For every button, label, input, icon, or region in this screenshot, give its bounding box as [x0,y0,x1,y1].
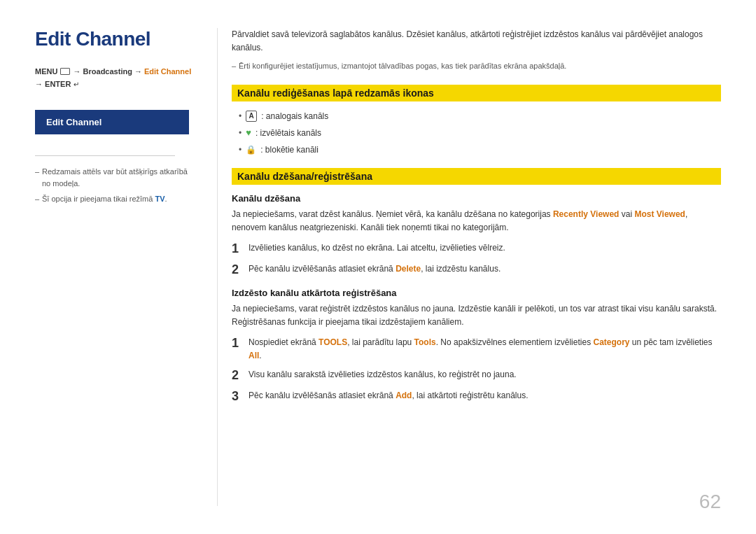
icon-a-label: : analogais kanāls [261,110,328,123]
restore-step-3: 3 Pēc kanālu izvēlēšanās atlasiet ekrānā… [232,389,721,405]
divider [35,155,175,156]
all-label: All [248,351,259,360]
note-item-2: Šī opcija ir pieejama tikai režīmā TV. [35,193,196,205]
intro-note: Ērti konfigurējiet iestatījumus, izmanto… [232,60,721,72]
menu-icon [60,68,70,75]
tools-page-label: Tools [414,337,436,347]
icon-lock-label: : blokētie kanāli [260,143,318,157]
edit-channel-button[interactable]: Edit Channel [35,110,189,134]
menu-enter: ENTER [45,80,71,88]
restore-intro: Ja nepieciešams, varat reģistrēt izdzēst… [232,302,721,329]
delete-intro: Ja nepieciešams, varat dzēst kanālus. Ņe… [232,208,721,234]
section1-title: Kanālu rediģēšanas lapā redzamās ikonas [232,85,721,101]
section2-title: Kanālu dzēšana/reģistrēšana [232,168,721,185]
intro-text: Pārvaldiet savā televizorā saglabātos ka… [232,28,721,55]
restore-step-num-1: 1 [232,336,243,363]
lock-icon: 🔒 [246,143,256,157]
restore-step-num-2: 2 [232,368,243,384]
restore-step-num-3: 3 [232,389,243,405]
delete-step-2: 2 Pēc kanālu izvēlēšanās atlasiet ekrānā… [232,262,721,278]
left-panel: Edit Channel MENU → Broadcasting → Edit … [35,28,217,506]
menu-prefix: MENU [35,67,57,76]
icon-item-lock: 🔒 : blokētie kanāli [239,143,721,157]
step-num-2: 2 [232,262,243,278]
a-icon: A [246,111,257,122]
page-number: 62 [699,491,721,513]
icon-item-heart: ♥ : izvēlētais kanāls [239,126,721,141]
tv-highlight: TV [155,195,164,203]
step-text-1: Izvēlieties kanālus, ko dzēst no ekrāna.… [248,241,505,257]
menu-path: MENU → Broadcasting → Edit Channel → ENT… [35,66,196,90]
restore-subtitle: Izdzēsto kanālu atkārtota reģistrēšana [232,288,721,298]
delete-step-1: 1 Izvēlieties kanālus, ko dzēst no ekrān… [232,241,721,257]
right-panel: Pārvaldiet savā televizorā saglabātos ka… [217,28,721,506]
restore-step-text-2: Visu kanālu sarakstā izvēlieties izdzēst… [248,368,517,384]
step-text-2: Pēc kanālu izvēlēšanās atlasiet ekrānā D… [248,262,500,278]
step-num-1: 1 [232,241,243,257]
add-label: Add [396,391,412,400]
page-title: Edit Channel [35,28,196,50]
icon-heart-label: : izvēlētais kanāls [255,127,321,140]
restore-step-text-3: Pēc kanālu izvēlēšanās atlasiet ekrānā A… [248,389,528,405]
restore-step-1: 1 Nospiediet ekrānā TOOLS, lai parādītu … [232,336,721,363]
menu-broadcasting: Broadcasting [83,67,132,76]
recently-viewed-label: Recently Viewed [553,209,620,219]
most-viewed-label: Most Viewed [634,209,685,219]
restore-steps: 1 Nospiediet ekrānā TOOLS, lai parādītu … [232,336,721,405]
tools-label: TOOLS [318,337,347,347]
icon-item-a: A : analogais kanāls [239,110,721,123]
delete-steps: 1 Izvēlieties kanālus, ko dzēst no ekrān… [232,241,721,277]
enter-icon: ↵ [74,79,79,90]
heart-icon: ♥ [246,126,251,141]
note-item-1: Redzamais attēls var būt atšķirīgs atkar… [35,166,196,189]
category-label: Category [593,337,629,347]
delete-subtitle: Kanālu dzēšana [232,193,721,204]
menu-edit-channel: Edit Channel [144,67,191,76]
restore-step-2: 2 Visu kanālu sarakstā izvēlieties izdzē… [232,368,721,384]
restore-step-text-1: Nospiediet ekrānā TOOLS, lai parādītu la… [248,336,721,363]
icon-list: A : analogais kanāls ♥ : izvēlētais kanā… [232,110,721,157]
delete-label: Delete [396,264,421,274]
